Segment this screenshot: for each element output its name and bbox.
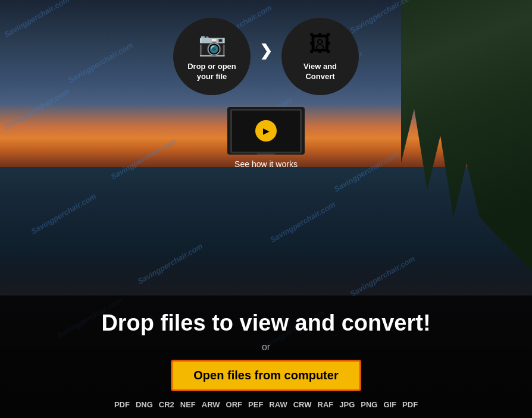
format-crw: CRW xyxy=(293,400,312,409)
video-thumbnail[interactable]: ▶ xyxy=(227,107,305,155)
format-pdf2: PDF xyxy=(402,400,418,409)
bottom-section: Drop files to view and convert! or Open … xyxy=(0,296,532,418)
format-gif: GIF xyxy=(383,400,396,409)
camera-icon: 📷 xyxy=(198,31,226,57)
format-png: PNG xyxy=(361,400,377,409)
video-container[interactable]: ▶ See how it works xyxy=(227,107,305,169)
video-label: See how it works xyxy=(234,159,298,169)
format-pef: PEF xyxy=(248,400,263,409)
format-raw: RAW xyxy=(269,400,287,409)
background: Savingperchair.com Savingperchair.com Sa… xyxy=(0,0,532,418)
format-dng: DNG xyxy=(136,400,153,409)
format-raf: RAF xyxy=(318,400,334,409)
format-arw: ARW xyxy=(202,400,220,409)
play-button-icon: ▶ xyxy=(255,120,277,142)
monitor-stand xyxy=(257,152,275,155)
steps-row: 📷 Drop or open your file ❯ 🖼 View and Co… xyxy=(173,18,359,95)
format-jpg: JPG xyxy=(339,400,355,409)
format-orf: ORF xyxy=(226,400,242,409)
monitor-bezel: ▶ xyxy=(230,109,302,153)
drop-title: Drop files to view and convert! xyxy=(101,310,430,336)
format-pdf1: PDF xyxy=(114,400,130,409)
format-cr2: CR2 xyxy=(159,400,174,409)
open-files-button[interactable]: Open files from computer xyxy=(171,360,361,391)
step2-label: View and Convert xyxy=(293,62,347,82)
format-nef: NEF xyxy=(180,400,196,409)
main-content: 📷 Drop or open your file ❯ 🖼 View and Co… xyxy=(0,0,532,418)
arrow-icon: ❯ xyxy=(259,42,273,60)
step1-label: Drop or open your file xyxy=(185,62,239,82)
step1-circle: 📷 Drop or open your file xyxy=(173,18,251,95)
or-text: or xyxy=(262,342,270,353)
image-convert-icon: 🖼 xyxy=(309,32,331,57)
formats-row: PDF DNG CR2 NEF ARW ORF PEF RAW CRW RAF … xyxy=(114,400,418,409)
step2-circle: 🖼 View and Convert xyxy=(281,18,359,95)
